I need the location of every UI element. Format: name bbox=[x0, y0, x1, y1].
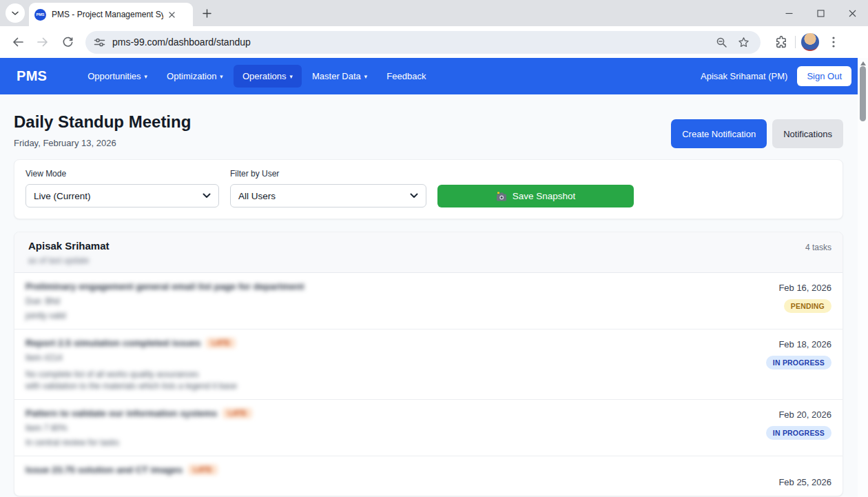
late-badge-blurred: LATE bbox=[206, 338, 236, 348]
window-minimize-button[interactable] bbox=[773, 0, 805, 26]
forward-button[interactable] bbox=[33, 32, 52, 52]
caret-down-icon: ▾ bbox=[364, 73, 368, 80]
task-meta: Feb 16, 2026 PENDING bbox=[721, 281, 831, 321]
header-buttons: Create Notification Notifications bbox=[671, 119, 843, 148]
caret-down-icon: ▾ bbox=[145, 73, 148, 80]
reload-button[interactable] bbox=[58, 32, 77, 52]
sign-out-button[interactable]: Sign Out bbox=[797, 66, 851, 86]
browser-tab[interactable]: PMS PMS - Project Management Syst bbox=[29, 3, 193, 26]
dashboard-page: Daily Standup Meeting Friday, February 1… bbox=[0, 94, 868, 497]
window-controls bbox=[773, 0, 868, 26]
task-text-blurred: Report 2.5 simulation completed issues L… bbox=[25, 338, 237, 391]
page-date: Friday, February 13, 2026 bbox=[14, 138, 191, 148]
logged-in-user: Apisak Srihamat (PM) bbox=[701, 71, 787, 81]
view-mode-label: View Mode bbox=[25, 169, 219, 179]
nav-menu: Opportunities ▾ Optimization ▾ Operation… bbox=[79, 65, 435, 88]
task-row: Issue 23.75 solution and CT images LATE … bbox=[14, 456, 843, 496]
task-due-date: Feb 20, 2026 bbox=[721, 409, 831, 420]
nav-item-master-data[interactable]: Master Data ▾ bbox=[303, 65, 376, 88]
page-title: Daily Standup Meeting bbox=[14, 112, 191, 132]
camera-icon bbox=[496, 192, 507, 201]
task-text-blurred: Pattern to validate our information syst… bbox=[25, 408, 252, 447]
toolbar-right bbox=[767, 33, 843, 51]
task-row: Preliminary engagement general email lis… bbox=[14, 273, 843, 329]
save-snapshot-button[interactable]: Save Snapshot bbox=[437, 185, 634, 207]
create-notification-button[interactable]: Create Notification bbox=[671, 119, 767, 148]
extensions-puzzle-icon[interactable] bbox=[772, 33, 789, 51]
app-logo[interactable]: PMS bbox=[17, 68, 47, 84]
task-row: Report 2.5 simulation completed issues L… bbox=[14, 329, 843, 400]
address-bar[interactable]: pms-99.com/dashboard/standup bbox=[85, 31, 761, 54]
task-text-blurred: Preliminary engagement general email lis… bbox=[25, 281, 304, 321]
browser-menu-icon[interactable] bbox=[825, 33, 843, 51]
zoom-out-icon[interactable] bbox=[712, 33, 730, 51]
scrollbar-up-arrow-icon[interactable] bbox=[860, 61, 866, 65]
site-settings-icon[interactable] bbox=[94, 37, 105, 48]
browser-tab-strip: PMS PMS - Project Management Syst bbox=[0, 0, 868, 26]
status-badge: PENDING bbox=[784, 299, 831, 313]
filter-card: View Mode Live (Current) Filter by User … bbox=[14, 159, 843, 219]
app-navbar: PMS Opportunities ▾ Optimization ▾ Opera… bbox=[0, 58, 868, 94]
task-meta: Feb 18, 2026 IN PROGRESS bbox=[721, 338, 831, 391]
select-chevron-icon bbox=[410, 193, 418, 199]
back-button[interactable] bbox=[8, 32, 28, 52]
late-badge-blurred: LATE bbox=[223, 408, 252, 418]
nav-item-opportunities[interactable]: Opportunities ▾ bbox=[79, 65, 156, 88]
task-due-date: Feb 16, 2026 bbox=[721, 283, 831, 293]
navbar-right: Apisak Srihamat (PM) Sign Out bbox=[701, 66, 851, 86]
filter-user-label: Filter by User bbox=[230, 169, 426, 179]
caret-down-icon: ▾ bbox=[220, 73, 223, 80]
late-badge-blurred: LATE bbox=[188, 465, 218, 475]
pms-favicon-icon: PMS bbox=[34, 9, 46, 21]
nav-item-optimization[interactable]: Optimization ▾ bbox=[158, 65, 232, 88]
view-mode-group: View Mode Live (Current) bbox=[25, 169, 219, 207]
page-header: Daily Standup Meeting Friday, February 1… bbox=[14, 94, 843, 148]
task-count: 4 tasks bbox=[805, 243, 831, 265]
new-tab-button[interactable] bbox=[197, 3, 216, 23]
standup-user-name: Apisak Srihamat bbox=[28, 240, 110, 252]
standup-user-subtext-blurred: as of last update bbox=[28, 256, 110, 265]
task-text-blurred: Issue 23.75 solution and CT images LATE bbox=[25, 465, 218, 487]
view-mode-select[interactable]: Live (Current) bbox=[25, 184, 219, 207]
caret-down-icon: ▾ bbox=[289, 73, 293, 80]
url-text[interactable]: pms-99.com/dashboard/standup bbox=[112, 37, 708, 48]
filter-user-select[interactable]: All Users bbox=[230, 184, 426, 207]
toolbar-divider bbox=[795, 36, 796, 48]
standup-card: Apisak Srihamat as of last update 4 task… bbox=[14, 232, 843, 496]
select-chevron-icon bbox=[203, 193, 211, 199]
task-meta: Feb 20, 2026 IN PROGRESS bbox=[721, 408, 831, 447]
nav-item-feedback[interactable]: Feedback bbox=[378, 65, 435, 88]
status-badge: IN PROGRESS bbox=[766, 356, 831, 369]
page-scrollbar[interactable] bbox=[858, 58, 868, 497]
window-maximize-button[interactable] bbox=[805, 0, 836, 26]
task-row: Pattern to validate our information syst… bbox=[14, 400, 843, 456]
tab-title: PMS - Project Management Syst bbox=[52, 10, 163, 19]
task-meta: Feb 25, 2026 bbox=[721, 465, 831, 487]
window-close-button[interactable] bbox=[836, 0, 868, 26]
tab-close-icon[interactable] bbox=[166, 9, 178, 21]
bookmark-star-icon[interactable] bbox=[734, 33, 752, 51]
browser-toolbar: pms-99.com/dashboard/standup bbox=[0, 26, 868, 58]
scrollbar-thumb[interactable] bbox=[860, 66, 866, 121]
tab-search-button[interactable] bbox=[6, 3, 25, 23]
notifications-button[interactable]: Notifications bbox=[772, 119, 843, 148]
chevron-down-icon bbox=[11, 10, 19, 16]
task-due-date: Feb 18, 2026 bbox=[721, 339, 831, 349]
task-due-date: Feb 25, 2026 bbox=[721, 477, 831, 487]
standup-user-header: Apisak Srihamat as of last update 4 task… bbox=[14, 232, 843, 273]
filter-user-group: Filter by User All Users bbox=[230, 169, 426, 207]
status-badge: IN PROGRESS bbox=[766, 426, 831, 440]
nav-item-operations[interactable]: Operations ▾ bbox=[234, 65, 302, 88]
profile-avatar[interactable] bbox=[801, 33, 819, 51]
